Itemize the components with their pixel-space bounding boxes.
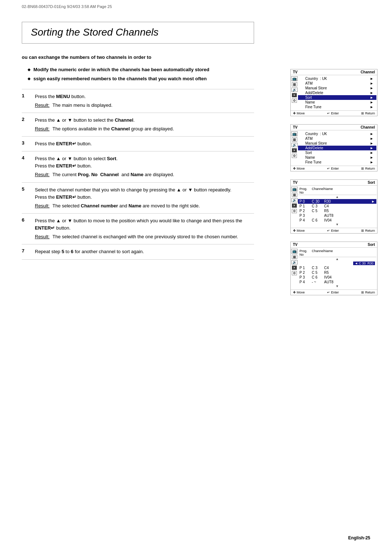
tv-screen-2-footer: ❖ Move ↵ Enter ⊞ Return: [291, 166, 377, 171]
page-title: Sorting the Stored Channels: [31, 27, 245, 38]
step-1-content: Press the MENU button. Result: The main …: [33, 89, 254, 113]
step-4-content: Press the ▲ or ▼ button to select Sort. …: [33, 151, 254, 182]
step-5-row: 5 Select the channel number that you wis…: [22, 182, 254, 213]
step-2-num: 2: [22, 113, 33, 136]
step-3-num: 3: [22, 137, 33, 151]
steps-table: 1 Press the MENU button. Result: The mai…: [22, 89, 254, 260]
page-number: English-25: [348, 535, 370, 540]
tv-screen-4-footer: ❖ Move ↵ Enter ⊞ Return: [291, 289, 377, 295]
sort4-row-p4: P 4 - ~ AUT8: [298, 280, 376, 284]
step-3-row: 3 Press the ENTER↵ button.: [22, 137, 254, 151]
sort4-row-p1: P 1 C 3 C4: [298, 266, 376, 270]
tv-screen-4: TV Sort 📺 ▦ 🔊 ✕ ⚙ Prog. No Channel Name: [290, 242, 377, 295]
sort-row-p1: P 1 C 3 C4: [298, 204, 376, 208]
step-2-content: Press the ▲ or ▼ button to select the Ch…: [33, 113, 254, 136]
step-7-content: Repeat step 5 to 6 for another channel t…: [33, 244, 254, 259]
tv-screen-2-body: 📺 ▦ 🔊 ✕ ⚙ Country : UK► ATM► Manual Stor…: [291, 130, 377, 166]
intro-bold: ou can exchange the numbers of two chann…: [22, 54, 254, 61]
step-6-row: 6 Press the ▲ or ▼ button to move to the…: [22, 214, 254, 244]
sort-row-p0: P 0 C 30 R30 ►: [298, 199, 376, 204]
tv-screen-1-header: TV Channel: [291, 69, 377, 75]
tv-screen-2: TV Channel 📺 ▦ 🔊 ✕ ⚙ Country : UK► ATM►: [290, 124, 377, 171]
tv-screen-2-header: TV Channel: [291, 125, 377, 130]
main-content: Sorting the Stored Channels ou can excha…: [22, 22, 254, 533]
step-2-row: 2 Press the ▲ or ▼ button to select the …: [22, 113, 254, 136]
sort-badge-row: ◄ C 30 R30: [298, 261, 376, 266]
step-4-row: 4 Press the ▲ or ▼ button to select Sort…: [22, 151, 254, 182]
bullet-list: Modify the numeric order in which the ch…: [28, 66, 254, 82]
page-header: 02-BN68-00437D-01Eng 9/24/03 3:58 AM Pag…: [22, 4, 112, 9]
tv-screen-3-footer: ❖ Move ↵ Enter ⊞ Return: [291, 228, 377, 233]
tv-screen-1-footer: ❖ Move ↵ Enter ⊞ Return: [291, 110, 377, 116]
tv-screen-1-body: 📺 ▦ 🔊 ✕ ⚙ Country : UK► ATM► Manual Stor…: [291, 75, 377, 110]
sort-row-p3: P 3 AUT8: [298, 213, 376, 218]
bullet-item-1: Modify the numeric order in which the ch…: [28, 66, 254, 73]
step-7-row: 7 Repeat step 5 to 6 for another channel…: [22, 244, 254, 259]
tv-screen-3: TV Sort 📺 ▦ 🔊 ✕ ⚙ Prog. No Channel Name: [290, 179, 377, 234]
step-6-num: 6: [22, 214, 33, 244]
tv-screen-1: TV Channel 📺 ▦ 🔊 ✕ ⚙ Country : UK► ATM►: [290, 69, 377, 116]
step-3-content: Press the ENTER↵ button.: [33, 137, 254, 151]
sort4-row-p3: P 3 C 6 IV04: [298, 275, 376, 280]
step-5-num: 5: [22, 182, 33, 213]
step-7-num: 7: [22, 244, 33, 259]
step-1-row: 1 Press the MENU button. Result: The mai…: [22, 89, 254, 113]
step-4-num: 4: [22, 151, 33, 182]
step-5-content: Select the channel number that you wish …: [33, 182, 254, 213]
sort4-row-p2: P 2 C 5 R5: [298, 270, 376, 275]
tv-screen-4-header: TV Sort: [291, 242, 377, 248]
sort-row-p4: P 4 C 6 IV04: [298, 218, 376, 223]
tv-screen-4-body: 📺 ▦ 🔊 ✕ ⚙ Prog. No Channel Name ▲: [291, 248, 377, 289]
sort-row-p2: P 2 C 5 R5: [298, 208, 376, 213]
step-1-num: 1: [22, 89, 33, 113]
title-box: Sorting the Stored Channels: [22, 22, 254, 44]
tv-screen-3-header: TV Sort: [291, 180, 377, 186]
bullet-item-2: ssign easily remembered numbers to the c…: [28, 75, 254, 82]
step-6-content: Press the ▲ or ▼ button to move to the p…: [33, 214, 254, 244]
tv-screen-3-body: 📺 ▦ 🔊 ✕ ⚙ Prog. No Channel Name ▲: [291, 186, 377, 228]
right-panel: TV Channel 📺 ▦ 🔊 ✕ ⚙ Country : UK► ATM►: [290, 69, 377, 295]
